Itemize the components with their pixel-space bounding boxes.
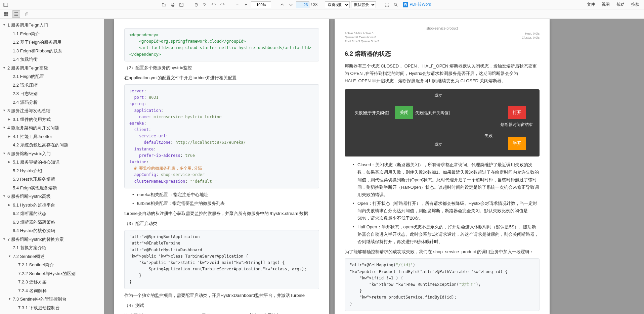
outline-item[interactable]: ▼2 服务调用Feign高级	[0, 64, 104, 73]
outline-item[interactable]: 7.2.4 名词解释	[0, 286, 104, 295]
outline-item[interactable]: ▼7.2 Sentinel概述	[0, 252, 104, 261]
diag-box-halfopen: 半开	[508, 137, 526, 150]
print-icon[interactable]	[169, 1, 176, 8]
chevron-icon: ▼	[3, 237, 6, 242]
document-viewer[interactable]: <dependency> <groupId>org.springframewor…	[104, 19, 644, 314]
svg-rect-10	[4, 14, 6, 16]
outline-item[interactable]: 7.3.2 客户端能接入控制台	[0, 312, 104, 314]
outline-item[interactable]: 7.2.1 Sentinel简介	[0, 261, 104, 269]
outline-item[interactable]: ▶3.1 组件的使用方式	[0, 115, 104, 124]
outline-item[interactable]: 7.2.3 迁移方案	[0, 278, 104, 286]
outline-item[interactable]: 1.3 Feign和Ribbon的联系	[0, 47, 104, 55]
outline-label: 7.2.2 Sentinel与Hystrix的区别	[18, 270, 76, 277]
chevron-icon: ▼	[3, 66, 6, 71]
dashboard-header: shop-service-product	[345, 26, 540, 31]
open-icon[interactable]	[160, 1, 168, 8]
outline-item[interactable]: ▶6.1 Hystrix的监控平台	[0, 201, 104, 210]
page-down-icon[interactable]	[287, 1, 295, 8]
outline-item[interactable]: ▶5.1 服务容错的核心知识	[0, 158, 104, 167]
hand-icon[interactable]	[192, 1, 200, 8]
word-badge-icon: W	[403, 2, 408, 7]
diag-label-success-top: 成功	[434, 92, 442, 99]
outline-item[interactable]: 2.2 请求压缩	[0, 81, 104, 90]
search-icon[interactable]	[392, 1, 399, 8]
outline-label: 7.2.3 迁移方案	[18, 279, 47, 285]
para-yml-desc: 在application.yml的配置文件中开启turbine并进行相关配置	[124, 74, 319, 82]
cursor-icon[interactable]	[201, 1, 209, 8]
background-select[interactable]: 默认背景	[351, 1, 376, 8]
outline-item[interactable]: 2.4 源码分析	[0, 98, 104, 107]
outline-item[interactable]: ▼6 服务熔断Hystrix高级	[0, 192, 104, 201]
menu-view[interactable]: 视图	[599, 1, 612, 8]
thumbnails-tab-icon[interactable]	[2, 10, 10, 18]
outline-item[interactable]: ▼4 微服务架构的高并发问题	[0, 124, 104, 132]
zoom-out-icon[interactable]: −	[233, 1, 241, 8]
outline-label: 7.3.1 下载启动控制台	[18, 305, 60, 311]
outline-item[interactable]: 2.3 日志级别	[0, 89, 104, 98]
outline-label: 6.2 熔断器的状态	[13, 210, 46, 217]
outline-item[interactable]: ▼1 服务调用Feign入门	[0, 21, 104, 30]
outline-item[interactable]: ▼5 服务熔断Hystrix入门	[0, 149, 104, 158]
undo-icon[interactable]	[210, 1, 217, 8]
redo-icon[interactable]	[219, 1, 226, 8]
outline-item[interactable]: 6.2 熔断器的状态	[0, 209, 104, 218]
outline-item[interactable]: 6.4 Hystrix的核心源码	[0, 226, 104, 235]
page-up-icon[interactable]	[278, 1, 286, 8]
outline-label: 5.2 Hystrix介绍	[13, 168, 42, 174]
fullscreen-icon[interactable]	[383, 1, 391, 8]
outline-label: 7.2.1 Sentinel简介	[18, 262, 54, 268]
chevron-icon: ▼	[3, 23, 6, 28]
outline-sidebar[interactable]: ▼1 服务调用Feign入门1.1 Feign简介1.2 基于Feign的服务调…	[0, 19, 104, 314]
state-diagram: 成功 失败[低于开关阈值] 关闭 失败[达到开关阈值] 打开 熔断器时间窗结束 …	[345, 89, 540, 156]
pdf-to-word-button[interactable]: W PDF转Word	[401, 1, 433, 8]
diag-label-fail-high: 失败[达到开关阈值]	[415, 109, 450, 116]
page-input[interactable]	[296, 1, 309, 8]
zoom-input[interactable]	[251, 1, 271, 8]
outline-item[interactable]: ▼7 服务熔断Hystrix的替换方案	[0, 235, 104, 244]
outline-label: 2 服务调用Feign高级	[7, 65, 48, 72]
chevron-icon: ▼	[8, 254, 11, 259]
outline-label: 1 服务调用Feign入门	[7, 22, 48, 29]
para-standalone: 作为一个独立的监控项目，需要配置启动类，开启HystrixDashboard监控…	[124, 292, 319, 299]
attachments-tab-icon[interactable]	[22, 10, 30, 18]
menu-help[interactable]: 帮助	[614, 1, 627, 8]
outline-item[interactable]: 5.4 Feign实现服务熔断	[0, 184, 104, 192]
outline-item[interactable]: 1.4 负载均衡	[0, 55, 104, 64]
outline-item[interactable]: 5.3 Rest实现服务熔断	[0, 175, 104, 184]
zoom-in-icon[interactable]: +	[242, 1, 250, 8]
diag-label-window: 熔断器时间窗结束	[501, 121, 533, 128]
outline-label: 7.1 替换方案介绍	[13, 244, 46, 251]
bullet-closed: Closed：关闭状态（断路器关闭），所有请求都正常访问。代理类维护了最近调用失…	[353, 161, 540, 198]
svg-point-16	[14, 14, 15, 14]
sidebar-toggle-icon[interactable]	[2, 1, 9, 8]
outline-label: 2.4 源码分析	[13, 99, 38, 106]
menu-file[interactable]: 文件	[584, 1, 598, 8]
view-mode-select[interactable]: 双页视图	[325, 1, 350, 8]
outline-item[interactable]: 1.1 Feign简介	[0, 30, 104, 38]
outline-item[interactable]: 1.2 基于Feign的服务调用	[0, 38, 104, 47]
outline-item[interactable]: 7.3.1 下载启动控制台	[0, 304, 104, 312]
para-states: 熔断器有三个状态 CLOSED 、OPEN 、HALF_OPEN 熔断器默认关闭…	[345, 62, 540, 85]
bullet-open: Open：打开状态（断路器打开），所有请求都会被降级。Hystix会对请求情况计…	[353, 200, 540, 222]
bullet-turbine: turbine相关配置：指定需要监控的微服务列表	[132, 200, 319, 207]
outline-item[interactable]: 5.2 Hystrix介绍	[0, 167, 104, 175]
outline-tab-icon[interactable]	[12, 10, 20, 18]
outline-item[interactable]: 7.2.2 Sentinel与Hystrix的区别	[0, 269, 104, 278]
outline-item[interactable]: ▶4.1 性能工具Jmetter	[0, 132, 104, 141]
outline-label: 4 微服务架构的高并发问题	[7, 125, 59, 131]
outline-item[interactable]: 4.2 系统负载过高存在的问题	[0, 141, 104, 149]
chevron-icon: ▼	[3, 151, 6, 156]
diag-box-closed: 关闭	[395, 106, 413, 119]
menu-skin[interactable]: 换肤	[629, 1, 642, 8]
outline-label: 7.2 Sentinel概述	[13, 253, 45, 260]
outline-item[interactable]: 2.1 Feign的配置	[0, 72, 104, 81]
outline-item[interactable]: ▼7.3 Sentinel中的管理控制台	[0, 295, 104, 304]
save-icon[interactable]	[178, 1, 185, 8]
page-total: / 38	[311, 2, 317, 7]
outline-item[interactable]: ▼3 服务注册与发现总结	[0, 106, 104, 115]
diag-label-fail: 失败	[484, 132, 492, 139]
svg-line-7	[396, 5, 398, 6]
outline-label: 7 服务熔断Hystrix的替换方案	[7, 236, 64, 243]
outline-item[interactable]: 7.1 替换方案介绍	[0, 243, 104, 252]
outline-item[interactable]: 6.3 熔断器的隔离策略	[0, 218, 104, 227]
